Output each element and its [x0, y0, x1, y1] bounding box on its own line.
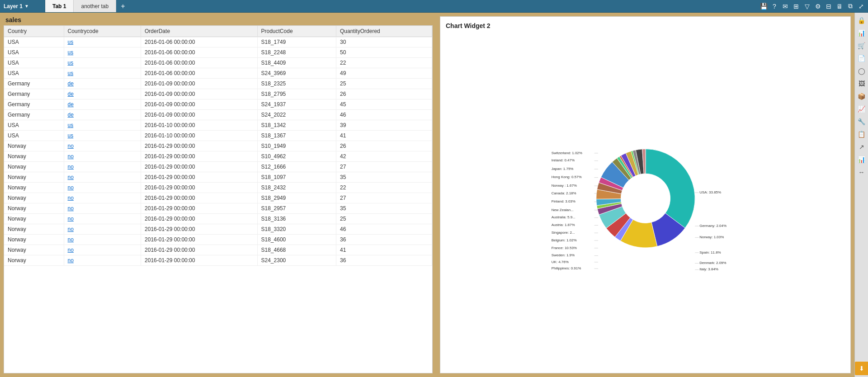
sidebar-lock-icon[interactable]: 🔒 — [856, 14, 868, 26]
sidebar-horizontal-icon[interactable]: ↔ — [856, 166, 868, 178]
table-cell: 22 — [336, 183, 432, 193]
table-row[interactable]: Norwayno2016-01-29 00:00:00S10_194926 — [4, 141, 432, 151]
table-row[interactable]: Germanyde2016-01-09 00:00:00S24_202246 — [4, 110, 432, 120]
grid-icon[interactable]: ⊞ — [791, 1, 801, 11]
mail-icon[interactable]: ✉ — [780, 1, 790, 11]
col-header-orderdate: OrderDate — [141, 26, 257, 37]
table-cell: 25 — [336, 214, 432, 224]
layer-selector[interactable]: Layer 1 ▼ — [0, 0, 45, 12]
table-row[interactable]: USAus2016-01-10 00:00:00S18_134239 — [4, 120, 432, 131]
tab-2[interactable]: another tab — [74, 0, 116, 12]
country-code-cell: no — [64, 245, 141, 255]
table-cell: 30 — [336, 37, 432, 47]
tools-icon[interactable]: ⚙ — [813, 1, 823, 11]
tab-1-label: Tab 1 — [52, 3, 66, 9]
country-code-cell: no — [64, 162, 141, 172]
table-row[interactable]: USAus2016-01-06 00:00:00S18_174930 — [4, 37, 432, 47]
sidebar-settings-icon[interactable]: 🔧 — [856, 116, 868, 127]
table-title: sales — [4, 16, 433, 24]
table-cell: S18_3320 — [257, 224, 336, 235]
table-cell: 2016-01-09 00:00:00 — [141, 79, 257, 89]
table-cell: Norway — [4, 151, 64, 162]
sidebar-graph-icon[interactable]: 📊 — [856, 154, 868, 165]
copy-icon[interactable]: ⧉ — [845, 1, 855, 11]
table-cell: S18_2949 — [257, 193, 336, 203]
table-scroll[interactable]: CountryCountrycodeOrderDateProductCodeQu… — [4, 26, 432, 373]
table-cell: 2016-01-09 00:00:00 — [141, 110, 257, 120]
save-icon[interactable]: 💾 — [759, 1, 769, 11]
table-row[interactable]: USAus2016-01-06 00:00:00S24_396949 — [4, 68, 432, 79]
table-row[interactable]: Norwayno2016-01-29 00:00:00S18_109735 — [4, 172, 432, 183]
table-row[interactable]: Norwayno2016-01-29 00:00:00S10_496242 — [4, 151, 432, 162]
table-cell: S18_2248 — [257, 47, 336, 58]
sidebar-clipboard-icon[interactable]: 📋 — [856, 128, 868, 140]
table-cell: Norway — [4, 141, 64, 151]
table-cell: 25 — [336, 79, 432, 89]
add-tab-button[interactable]: + — [116, 0, 129, 12]
expand-icon[interactable]: ⤢ — [856, 1, 866, 11]
monitor-icon[interactable]: 🖥 — [835, 1, 844, 11]
table-row[interactable]: Norwayno2016-01-29 00:00:00S24_230036 — [4, 255, 432, 266]
table-row[interactable]: Norwayno2016-01-29 00:00:00S12_166627 — [4, 162, 432, 172]
table-cell: Norway — [4, 203, 64, 214]
sidebar-widget-icon[interactable]: 🛒 — [856, 40, 868, 52]
table-cell: 2016-01-09 00:00:00 — [141, 99, 257, 110]
table-row[interactable]: Norwayno2016-01-29 00:00:00S18_243222 — [4, 183, 432, 193]
country-code-cell: us — [64, 37, 141, 47]
data-table: CountryCountrycodeOrderDateProductCodeQu… — [4, 26, 432, 266]
table-icon[interactable]: ⊟ — [824, 1, 834, 11]
table-cell: S18_2795 — [257, 89, 336, 99]
table-header: CountryCountrycodeOrderDateProductCodeQu… — [4, 26, 432, 37]
table-cell: Norway — [4, 224, 64, 235]
table-row[interactable]: USAus2016-01-06 00:00:00S18_440922 — [4, 58, 432, 68]
table-cell: S24_1937 — [257, 99, 336, 110]
table-cell: 26 — [336, 141, 432, 151]
sidebar-doc-icon[interactable]: 📄 — [856, 52, 868, 64]
table-row[interactable]: Norwayno2016-01-29 00:00:00S18_294927 — [4, 193, 432, 203]
table-row[interactable]: Germanyde2016-01-09 00:00:00S24_193745 — [4, 99, 432, 110]
table-cell: 35 — [336, 172, 432, 183]
help-icon[interactable]: ? — [769, 1, 779, 11]
data-table-container[interactable]: CountryCountrycodeOrderDateProductCodeQu… — [4, 25, 433, 373]
pie-label: Norway: 1.03% — [699, 235, 724, 239]
table-cell: 2016-01-29 00:00:00 — [141, 245, 257, 255]
pie-label: Japan: 1.75% — [551, 167, 573, 171]
tab-1[interactable]: Tab 1 — [45, 0, 74, 12]
sidebar-circle-icon[interactable]: ◯ — [856, 65, 868, 77]
table-cell: 41 — [336, 131, 432, 141]
table-row[interactable]: Norwayno2016-01-29 00:00:00S18_466841 — [4, 245, 432, 255]
table-row[interactable]: Norwayno2016-01-29 00:00:00S18_313625 — [4, 214, 432, 224]
table-row[interactable]: Germanyde2016-01-09 00:00:00S18_232525 — [4, 79, 432, 89]
country-code-cell: no — [64, 141, 141, 151]
table-row[interactable]: Norwayno2016-01-29 00:00:00S18_460036 — [4, 235, 432, 245]
pie-segment-0[interactable] — [646, 149, 695, 228]
sidebar-chart-icon[interactable]: 📈 — [856, 103, 868, 115]
table-cell: S24_3969 — [257, 68, 336, 79]
filter-icon[interactable]: ▽ — [802, 1, 812, 11]
pie-label: Austria: 1.87% — [551, 223, 575, 227]
table-cell: USA — [4, 37, 64, 47]
table-cell: USA — [4, 120, 64, 131]
sidebar-box-icon[interactable]: 📦 — [856, 90, 868, 102]
table-cell: 27 — [336, 162, 432, 172]
country-code-cell: no — [64, 172, 141, 183]
table-row[interactable]: USAus2016-01-10 00:00:00S18_136741 — [4, 131, 432, 141]
table-row[interactable]: Norwayno2016-01-29 00:00:00S18_332046 — [4, 224, 432, 235]
pie-label: Denmark: 2.09% — [699, 261, 726, 265]
table-cell: 2016-01-29 00:00:00 — [141, 141, 257, 151]
table-cell: S18_4668 — [257, 245, 336, 255]
sidebar-bottom-icon[interactable]: ⬇ — [855, 362, 868, 375]
pie-chart: Switzerland: 1.02%Ireland: 0.47%Japan: 1… — [551, 123, 741, 277]
pie-label: Singapore: 2... — [551, 231, 575, 235]
pie-label: Philippines: 0.91% — [551, 266, 581, 270]
sidebar-arrow-icon[interactable]: ↗ — [856, 141, 868, 153]
table-row[interactable]: Germanyde2016-01-09 00:00:00S18_279526 — [4, 89, 432, 99]
table-row[interactable]: Norwayno2016-01-29 00:00:00S18_295735 — [4, 203, 432, 214]
sidebar-bar-chart-icon[interactable]: 📊 — [856, 27, 868, 39]
sidebar-image-icon[interactable]: 🖼 — [856, 78, 868, 90]
country-code-cell: no — [64, 214, 141, 224]
table-row[interactable]: USAus2016-01-06 00:00:00S18_224850 — [4, 47, 432, 58]
pie-label: Australia: 5.9... — [551, 215, 575, 219]
col-header-productcode: ProductCode — [257, 26, 336, 37]
table-cell: 2016-01-29 00:00:00 — [141, 183, 257, 193]
